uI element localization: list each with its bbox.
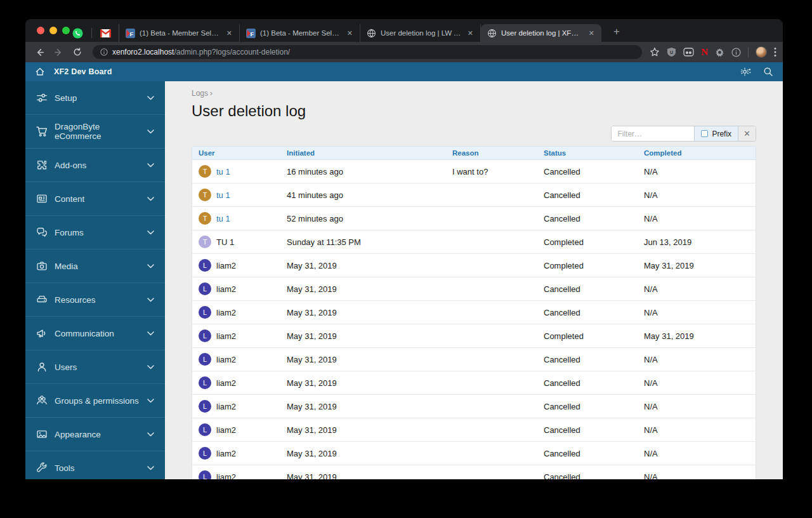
status-cell: Completed	[544, 237, 644, 247]
user-avatar[interactable]: T	[199, 189, 211, 201]
sidebar-item[interactable]: Resources	[25, 283, 165, 317]
sidebar-item[interactable]: Tools	[25, 451, 165, 479]
glasses-extension-icon[interactable]	[683, 48, 694, 56]
chat-icon	[36, 227, 48, 238]
sidebar-item[interactable]: Content	[25, 182, 165, 216]
star-icon[interactable]	[650, 47, 660, 57]
breadcrumb-link[interactable]: Logs	[192, 89, 208, 98]
gmail-icon[interactable]	[100, 29, 111, 37]
column-header[interactable]: Completed	[644, 149, 756, 157]
sidebar-item[interactable]: Setup	[25, 81, 165, 115]
profile-avatar[interactable]	[756, 46, 767, 58]
sidebar-item-label: DragonByte eCommerce	[55, 122, 140, 141]
browser-tab[interactable]: F (1) Beta - Member Self Delete ✕	[240, 24, 360, 42]
username[interactable]: tu 1	[216, 167, 230, 176]
sidebar-item-label: Add-ons	[55, 161, 86, 170]
search-icon[interactable]	[763, 67, 773, 77]
board-title[interactable]: XF2 Dev Board	[54, 67, 112, 76]
username[interactable]: liam2	[216, 472, 236, 480]
browser-tab[interactable]: F User deletion log | LW Addons ✕	[360, 24, 481, 42]
sidebar-item[interactable]: Users	[25, 350, 165, 384]
globe-favicon	[487, 29, 497, 38]
user-avatar[interactable]: L	[199, 306, 211, 319]
user-avatar[interactable]: L	[199, 329, 211, 342]
breadcrumb: Logs›	[192, 89, 756, 98]
sidebar-item[interactable]: DragonByte eCommerce	[25, 115, 165, 149]
status-cell: Cancelled	[544, 449, 644, 458]
status-cell: Cancelled	[544, 308, 644, 317]
sidebar-item[interactable]: Add-ons	[25, 149, 165, 182]
tab-close-icon[interactable]: ✕	[466, 28, 475, 39]
user-avatar[interactable]: L	[199, 259, 211, 272]
shield-extension-icon[interactable]: U	[667, 47, 676, 57]
column-header[interactable]: User	[199, 149, 287, 157]
user-cell: L liam2	[199, 259, 287, 272]
sliders-icon	[36, 92, 48, 103]
info-extension-icon[interactable]	[731, 48, 741, 57]
username[interactable]: liam2	[216, 331, 236, 341]
address-bar[interactable]: xenforo2.localhost/admin.php?logs/accoun…	[93, 45, 642, 59]
user-avatar[interactable]: L	[199, 470, 211, 479]
new-tab-button[interactable]: +	[609, 25, 624, 38]
sidebar-item[interactable]: Forums	[25, 216, 165, 249]
user-avatar[interactable]: L	[199, 376, 211, 389]
page-content: Logs› User deletion log Prefix ✕ UserIni…	[165, 81, 783, 479]
user-avatar[interactable]: T	[199, 165, 211, 178]
close-button[interactable]	[37, 27, 44, 34]
prefix-toggle[interactable]: Prefix	[694, 126, 738, 141]
user-avatar[interactable]: L	[199, 353, 211, 366]
netflix-extension-icon[interactable]: N	[701, 47, 708, 58]
user-avatar[interactable]: L	[199, 400, 211, 413]
username[interactable]: liam2	[216, 355, 236, 364]
username[interactable]: liam2	[216, 449, 236, 458]
sidebar-item[interactable]: Groups & permissions	[25, 384, 165, 418]
sidebar-item[interactable]: Media	[25, 249, 165, 283]
prefix-checkbox[interactable]	[701, 130, 708, 137]
browser-tab[interactable]: F User deletion log | XF2 Dev Bo ✕	[481, 24, 601, 42]
tab-close-icon[interactable]: ✕	[587, 28, 596, 39]
username[interactable]: TU 1	[216, 237, 234, 247]
gear-icon[interactable]	[740, 67, 752, 77]
user-avatar[interactable]: L	[199, 423, 211, 436]
user-avatar[interactable]: L	[199, 447, 211, 460]
minimize-button[interactable]	[49, 27, 57, 34]
username[interactable]: liam2	[216, 425, 236, 435]
kebab-menu-icon[interactable]	[774, 47, 776, 57]
filter-clear-button[interactable]: ✕	[738, 126, 756, 141]
sidebar-item[interactable]: Appearance	[25, 418, 165, 451]
column-header[interactable]: Reason	[452, 149, 544, 157]
initiated-cell: May 31, 2019	[287, 402, 452, 411]
user-cell: L liam2	[199, 447, 287, 460]
username[interactable]: liam2	[216, 308, 236, 317]
user-avatar[interactable]: T	[199, 212, 211, 225]
username[interactable]: liam2	[216, 378, 236, 388]
username[interactable]: liam2	[216, 402, 236, 411]
back-button[interactable]	[32, 44, 47, 60]
completed-cell: Jun 13, 2019	[644, 237, 756, 247]
column-header[interactable]: Status	[544, 149, 644, 157]
zoom-button[interactable]	[62, 27, 70, 34]
whatsapp-icon[interactable]	[72, 28, 83, 39]
table-row: L liam2 May 31, 2019 Cancelled N/A	[192, 277, 756, 301]
tab-close-icon[interactable]: ✕	[345, 28, 355, 39]
browser-toolbar: xenforo2.localhost/admin.php?logs/accoun…	[25, 42, 783, 62]
home-icon[interactable]	[35, 67, 45, 77]
status-cell: Cancelled	[544, 284, 644, 294]
filter-input[interactable]	[612, 126, 694, 141]
tab-close-icon[interactable]: ✕	[225, 28, 234, 39]
username[interactable]: liam2	[216, 284, 236, 294]
status-cell: Completed	[544, 331, 644, 341]
reload-button[interactable]	[70, 44, 85, 60]
browser-tab[interactable]: F (1) Beta - Member Self Delete ✕	[119, 24, 240, 42]
username[interactable]: tu 1	[216, 190, 230, 200]
username[interactable]: liam2	[216, 261, 236, 270]
username[interactable]: tu 1	[216, 214, 230, 223]
column-header[interactable]: Initiated	[287, 149, 452, 157]
gear-extension-icon[interactable]	[715, 48, 724, 57]
status-cell: Cancelled	[544, 190, 644, 200]
forward-button[interactable]	[51, 44, 66, 60]
page-info-icon[interactable]	[100, 48, 108, 56]
user-avatar[interactable]: T	[199, 236, 211, 248]
sidebar-item[interactable]: Communication	[25, 317, 165, 350]
user-avatar[interactable]: L	[199, 282, 211, 295]
